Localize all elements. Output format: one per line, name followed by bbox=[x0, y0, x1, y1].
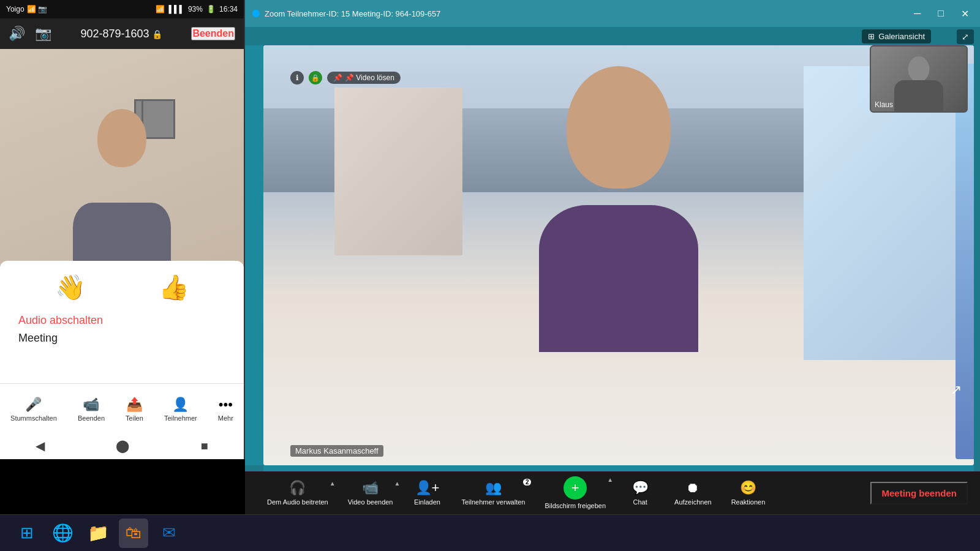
explorer-taskbar-item[interactable]: 📁 bbox=[83, 519, 113, 548]
phone-nav-more[interactable]: ••• Mehr bbox=[218, 397, 233, 422]
phone-nav-mute[interactable]: 🎤 Stummschalten bbox=[10, 397, 57, 422]
zoom-window-controls: ─ □ ✕ bbox=[910, 7, 973, 21]
recents-button[interactable]: ■ bbox=[201, 439, 208, 453]
participants-label: Teilnehmer bbox=[164, 414, 197, 422]
wifi-icon: 📶 bbox=[156, 5, 165, 13]
toolbar-audio[interactable]: 🎧 ▲ Dem Audio beitreten bbox=[257, 478, 338, 508]
gallery-participant-name: Klaus bbox=[875, 100, 893, 109]
video-lock-button[interactable]: 🔒 bbox=[309, 71, 322, 84]
person-torso bbox=[539, 205, 698, 352]
meeting-label: Meeting bbox=[18, 332, 225, 345]
room-bg-left bbox=[334, 88, 462, 255]
video-loesen-label: 📌 Video lösen bbox=[345, 73, 394, 82]
info-icon: ℹ bbox=[296, 73, 299, 82]
end-meeting-button[interactable]: Meeting beenden bbox=[870, 482, 968, 504]
reaction-panel: 👋 👍 Audio abschalten Meeting bbox=[0, 261, 244, 383]
close-button[interactable]: ✕ bbox=[957, 7, 973, 21]
zoom-title-left: Zoom Teilnehmer-ID: 15 Meeting-ID: 964-1… bbox=[252, 9, 440, 18]
fullscreen-button[interactable]: ⤢ bbox=[957, 29, 974, 44]
participants-manage-label: Teilnehmer verwalten bbox=[462, 498, 526, 506]
zoom-status-dot bbox=[252, 10, 260, 17]
phone-nav-share[interactable]: 📤 Teilen bbox=[126, 397, 143, 422]
edge-icon: 🌐 bbox=[52, 523, 74, 543]
audio-chevron[interactable]: ▲ bbox=[330, 480, 336, 487]
speaker-icon[interactable]: 🔊 bbox=[9, 26, 25, 42]
thumb-head bbox=[908, 56, 930, 82]
more-icon: ••• bbox=[219, 397, 233, 413]
zoom-panel: Zoom Teilnehmer-ID: 15 Meeting-ID: 964-1… bbox=[245, 0, 980, 514]
lock-secure-icon: 🔒 bbox=[311, 74, 320, 82]
gallery-view-label: Galeriansicht bbox=[878, 32, 925, 41]
store-taskbar-item[interactable]: 🛍 bbox=[119, 519, 148, 548]
video-icon: 📹 bbox=[362, 480, 379, 496]
toolbar-invite[interactable]: 👤+ Einladen bbox=[403, 478, 452, 508]
zoom-title-text: Zoom Teilnehmer-ID: 15 Meeting-ID: 964-1… bbox=[265, 9, 440, 18]
zoom-border-area: ⊞ Galeriansicht ⤢ bbox=[245, 27, 980, 471]
battery-icon: 🔋 bbox=[206, 5, 216, 13]
invite-label: Einladen bbox=[414, 498, 440, 506]
back-button[interactable]: ◀ bbox=[36, 438, 45, 453]
screen-label: Bildschirm freigeben bbox=[545, 502, 606, 509]
phone-panel: Yoigo 📶 📷 📶 ▌▌▌ 93% 🔋 16:34 🔊 📷 902-879-… bbox=[0, 0, 245, 459]
start-button[interactable]: ⊞ bbox=[12, 519, 42, 548]
toolbar-screen-share[interactable]: + ▲ Bildschirm freigeben bbox=[535, 474, 616, 512]
battery-level: 93% bbox=[188, 5, 203, 13]
phone-status-right: 📶 ▌▌▌ 93% 🔋 16:34 bbox=[156, 5, 238, 13]
camera-flip-icon[interactable]: 📷 bbox=[35, 26, 51, 42]
mute-icon: 🎤 bbox=[25, 397, 42, 413]
screen-chevron[interactable]: ▲ bbox=[607, 476, 613, 483]
toolbar-participants[interactable]: 2 👥 Teilnehmer verwalten bbox=[452, 478, 535, 508]
zoom-titlebar: Zoom Teilnehmer-ID: 15 Meeting-ID: 964-1… bbox=[245, 0, 980, 27]
windows-start-icon: ⊞ bbox=[20, 523, 34, 542]
audio-icon: 🎧 bbox=[289, 480, 306, 496]
phone-bottom-nav: 🎤 Stummschalten 📹 Beenden 📤 Teilen 👤 Tei… bbox=[0, 383, 244, 432]
audio-off-label[interactable]: Audio abschalten bbox=[18, 314, 225, 327]
minimize-button[interactable]: ─ bbox=[910, 7, 924, 20]
signal-strength: ▌▌▌ bbox=[168, 5, 184, 13]
end-call-button[interactable]: Beenden bbox=[191, 27, 235, 40]
end-label: Beenden bbox=[78, 414, 105, 422]
video-pin-button[interactable]: 📌 📌 Video lösen bbox=[327, 72, 401, 84]
phone-video-area: 👋 👍 Audio abschalten Meeting bbox=[0, 49, 244, 383]
home-button[interactable]: ⬤ bbox=[116, 438, 129, 453]
share-label: Teilen bbox=[126, 414, 143, 422]
more-label: Mehr bbox=[218, 414, 233, 422]
wave-emoji[interactable]: 👋 bbox=[55, 273, 86, 302]
screen-share-add-icon: + bbox=[564, 476, 587, 500]
phone-nav-end[interactable]: 📹 Beenden bbox=[78, 397, 105, 422]
record-label: Aufzeichnen bbox=[674, 498, 712, 506]
reactions-icon: 😊 bbox=[740, 480, 756, 496]
store-icon: 🛍 bbox=[126, 523, 141, 542]
toolbar-record[interactable]: ⏺ Aufzeichnen bbox=[665, 478, 722, 508]
reactions-label: Reaktionen bbox=[731, 498, 766, 506]
windows-taskbar: ⊞ 🌐 📁 🛍 ✉ bbox=[0, 514, 980, 551]
toolbar-reactions[interactable]: 😊 Reaktionen bbox=[722, 478, 775, 508]
phone-person-head bbox=[97, 109, 146, 167]
lock-icon: 🔒 bbox=[152, 29, 162, 39]
mail-taskbar-item[interactable]: ✉ bbox=[154, 519, 184, 548]
edge-taskbar-item[interactable]: 🌐 bbox=[48, 519, 77, 548]
reaction-emojis: 👋 👍 bbox=[18, 273, 225, 302]
phone-status-bar: Yoigo 📶 📷 📶 ▌▌▌ 93% 🔋 16:34 bbox=[0, 0, 244, 18]
pin-icon: 📌 bbox=[333, 73, 342, 82]
gallery-view-button[interactable]: ⊞ Galeriansicht bbox=[862, 29, 931, 43]
chat-label: Chat bbox=[633, 498, 647, 506]
toolbar-chat[interactable]: 💬 Chat bbox=[616, 478, 665, 508]
gallery-grid-icon: ⊞ bbox=[868, 32, 875, 41]
video-info-button[interactable]: ℹ bbox=[290, 71, 304, 84]
phone-number-display: 902-879-1603 🔒 bbox=[80, 28, 162, 40]
maximize-button[interactable]: □ bbox=[934, 7, 948, 20]
chat-icon: 💬 bbox=[632, 480, 649, 496]
audio-label: Dem Audio beitreten bbox=[267, 498, 328, 506]
thumbs-up-emoji[interactable]: 👍 bbox=[159, 273, 189, 302]
video-chevron[interactable]: ▲ bbox=[394, 480, 401, 487]
toolbar-video[interactable]: 📹 ▲ Video beenden bbox=[338, 478, 403, 508]
explorer-icon: 📁 bbox=[88, 523, 109, 543]
phone-nav-participants[interactable]: 👤 Teilnehmer bbox=[164, 397, 197, 422]
teal-left-border bbox=[245, 45, 265, 465]
phone-call-bar: 🔊 📷 902-879-1603 🔒 Beenden bbox=[0, 18, 244, 49]
mute-label: Stummschalten bbox=[10, 414, 57, 422]
clock: 16:34 bbox=[219, 5, 238, 13]
share-icon: 📤 bbox=[126, 397, 143, 413]
zoom-content: ⊞ Galeriansicht ⤢ bbox=[245, 27, 980, 514]
